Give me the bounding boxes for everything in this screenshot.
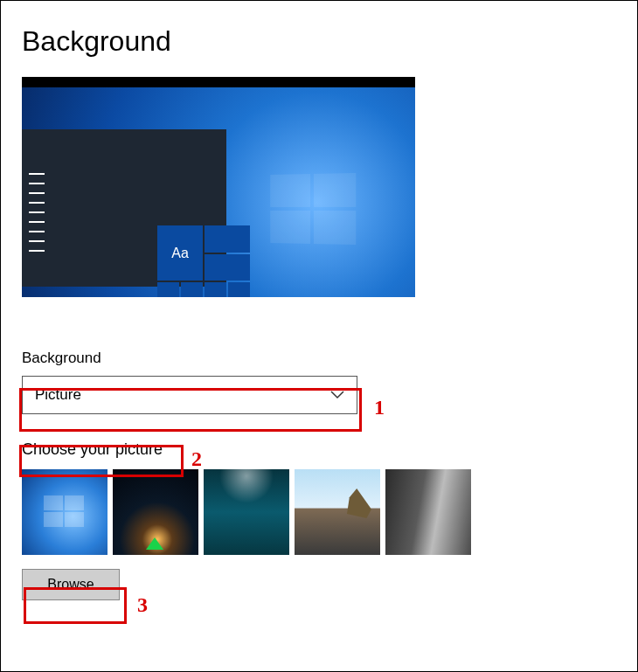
background-dropdown-value: Picture <box>35 386 81 404</box>
background-preview: Aa <box>22 77 415 297</box>
preview-taskbar-items <box>29 173 45 260</box>
picture-thumbnail[interactable] <box>22 469 107 555</box>
picture-thumbnail-row <box>22 469 616 555</box>
page-title: Background <box>22 25 616 58</box>
browse-button[interactable]: Browse <box>22 569 120 600</box>
background-dropdown[interactable]: Picture <box>22 376 357 414</box>
preview-start-menu: Aa <box>48 129 226 287</box>
windows-logo-icon <box>270 173 356 245</box>
picture-thumbnail[interactable] <box>295 469 380 555</box>
background-dropdown-label: Background <box>22 350 616 367</box>
picture-thumbnail[interactable] <box>385 469 471 555</box>
preview-tiles: Aa <box>157 225 250 297</box>
picture-thumbnail[interactable] <box>113 469 198 555</box>
preview-tile-text: Aa <box>157 225 203 281</box>
choose-picture-label: Choose your picture <box>22 440 163 459</box>
chevron-down-icon <box>330 391 344 399</box>
picture-thumbnail[interactable] <box>204 469 289 555</box>
